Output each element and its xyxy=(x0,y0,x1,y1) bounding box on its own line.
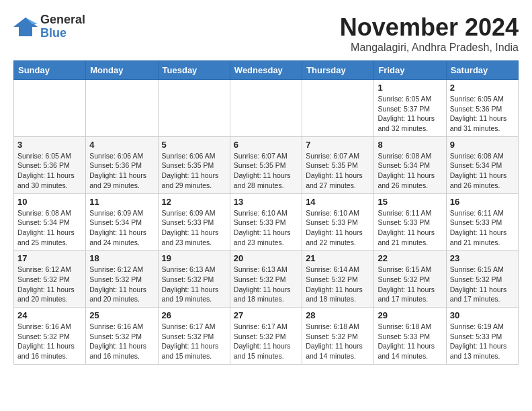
month-title: November 2024 xyxy=(340,13,519,42)
calendar-cell: 19Sunrise: 6:13 AM Sunset: 5:32 PM Dayli… xyxy=(158,250,230,308)
svg-marker-0 xyxy=(13,17,38,36)
weekday-header-cell: Tuesday xyxy=(158,61,230,80)
calendar-cell: 30Sunrise: 6:19 AM Sunset: 5:33 PM Dayli… xyxy=(446,308,518,365)
calendar-cell: 8Sunrise: 6:08 AM Sunset: 5:34 PM Daylig… xyxy=(374,136,446,193)
day-info: Sunrise: 6:08 AM Sunset: 5:34 PM Dayligh… xyxy=(17,208,82,248)
calendar-week-row: 3Sunrise: 6:05 AM Sunset: 5:36 PM Daylig… xyxy=(14,136,519,193)
day-number: 17 xyxy=(17,253,82,263)
day-number: 3 xyxy=(17,140,82,150)
day-info: Sunrise: 6:08 AM Sunset: 5:34 PM Dayligh… xyxy=(378,151,442,191)
day-info: Sunrise: 6:16 AM Sunset: 5:32 PM Dayligh… xyxy=(89,322,154,361)
weekday-header-cell: Wednesday xyxy=(230,61,302,80)
day-number: 23 xyxy=(450,253,515,263)
day-number: 21 xyxy=(306,253,370,263)
day-info: Sunrise: 6:12 AM Sunset: 5:32 PM Dayligh… xyxy=(89,265,154,304)
day-info: Sunrise: 6:15 AM Sunset: 5:32 PM Dayligh… xyxy=(378,265,442,304)
logo: General Blue xyxy=(13,13,85,40)
day-number: 20 xyxy=(234,253,298,263)
calendar-cell: 7Sunrise: 6:07 AM Sunset: 5:35 PM Daylig… xyxy=(302,136,374,193)
day-number: 12 xyxy=(162,197,226,207)
day-info: Sunrise: 6:12 AM Sunset: 5:32 PM Dayligh… xyxy=(17,265,82,304)
day-info: Sunrise: 6:07 AM Sunset: 5:35 PM Dayligh… xyxy=(306,151,370,191)
calendar-cell: 24Sunrise: 6:16 AM Sunset: 5:32 PM Dayli… xyxy=(14,308,86,365)
calendar-cell xyxy=(86,80,158,137)
calendar-cell: 21Sunrise: 6:14 AM Sunset: 5:32 PM Dayli… xyxy=(302,250,374,308)
day-number: 1 xyxy=(378,83,442,93)
calendar-week-row: 17Sunrise: 6:12 AM Sunset: 5:32 PM Dayli… xyxy=(14,250,519,308)
day-info: Sunrise: 6:13 AM Sunset: 5:32 PM Dayligh… xyxy=(162,265,226,304)
day-info: Sunrise: 6:06 AM Sunset: 5:36 PM Dayligh… xyxy=(89,151,154,191)
calendar-cell xyxy=(14,80,86,137)
calendar-cell: 22Sunrise: 6:15 AM Sunset: 5:32 PM Dayli… xyxy=(374,250,446,308)
weekday-header-cell: Monday xyxy=(86,61,158,80)
day-number: 25 xyxy=(89,310,154,320)
calendar-cell: 17Sunrise: 6:12 AM Sunset: 5:32 PM Dayli… xyxy=(14,250,86,308)
calendar-cell: 29Sunrise: 6:18 AM Sunset: 5:33 PM Dayli… xyxy=(374,308,446,365)
day-info: Sunrise: 6:05 AM Sunset: 5:37 PM Dayligh… xyxy=(378,94,442,134)
day-number: 22 xyxy=(378,253,442,263)
calendar-cell: 5Sunrise: 6:06 AM Sunset: 5:35 PM Daylig… xyxy=(158,136,230,193)
day-info: Sunrise: 6:06 AM Sunset: 5:35 PM Dayligh… xyxy=(162,151,226,191)
day-number: 9 xyxy=(450,140,515,150)
day-number: 11 xyxy=(89,197,154,207)
day-number: 30 xyxy=(450,310,515,320)
day-number: 29 xyxy=(378,310,442,320)
calendar-week-row: 1Sunrise: 6:05 AM Sunset: 5:37 PM Daylig… xyxy=(14,80,519,137)
day-info: Sunrise: 6:10 AM Sunset: 5:33 PM Dayligh… xyxy=(234,208,298,248)
calendar-cell: 26Sunrise: 6:17 AM Sunset: 5:32 PM Dayli… xyxy=(158,308,230,365)
calendar-body: 1Sunrise: 6:05 AM Sunset: 5:37 PM Daylig… xyxy=(14,80,519,365)
day-info: Sunrise: 6:17 AM Sunset: 5:32 PM Dayligh… xyxy=(162,322,226,361)
day-info: Sunrise: 6:16 AM Sunset: 5:32 PM Dayligh… xyxy=(17,322,82,361)
day-info: Sunrise: 6:15 AM Sunset: 5:32 PM Dayligh… xyxy=(450,265,515,304)
day-info: Sunrise: 6:11 AM Sunset: 5:33 PM Dayligh… xyxy=(378,208,442,248)
logo-bird-icon xyxy=(13,15,38,39)
day-info: Sunrise: 6:09 AM Sunset: 5:34 PM Dayligh… xyxy=(89,208,154,248)
day-number: 2 xyxy=(450,83,515,93)
calendar-cell: 23Sunrise: 6:15 AM Sunset: 5:32 PM Dayli… xyxy=(446,250,518,308)
calendar-cell: 16Sunrise: 6:11 AM Sunset: 5:33 PM Dayli… xyxy=(446,193,518,250)
weekday-header-row: SundayMondayTuesdayWednesdayThursdayFrid… xyxy=(14,61,519,80)
calendar-cell: 13Sunrise: 6:10 AM Sunset: 5:33 PM Dayli… xyxy=(230,193,302,250)
day-number: 7 xyxy=(306,140,370,150)
day-info: Sunrise: 6:17 AM Sunset: 5:32 PM Dayligh… xyxy=(234,322,298,361)
day-number: 14 xyxy=(306,197,370,207)
calendar-cell xyxy=(158,80,230,137)
day-number: 8 xyxy=(378,140,442,150)
day-number: 28 xyxy=(306,310,370,320)
calendar-cell: 2Sunrise: 6:05 AM Sunset: 5:36 PM Daylig… xyxy=(446,80,518,137)
calendar-cell: 15Sunrise: 6:11 AM Sunset: 5:33 PM Dayli… xyxy=(374,193,446,250)
day-info: Sunrise: 6:18 AM Sunset: 5:32 PM Dayligh… xyxy=(306,322,370,361)
day-number: 4 xyxy=(89,140,154,150)
day-number: 6 xyxy=(234,140,298,150)
day-info: Sunrise: 6:14 AM Sunset: 5:32 PM Dayligh… xyxy=(306,265,370,304)
calendar-cell: 25Sunrise: 6:16 AM Sunset: 5:32 PM Dayli… xyxy=(86,308,158,365)
day-info: Sunrise: 6:11 AM Sunset: 5:33 PM Dayligh… xyxy=(450,208,515,248)
day-info: Sunrise: 6:19 AM Sunset: 5:33 PM Dayligh… xyxy=(450,322,515,361)
calendar-cell: 3Sunrise: 6:05 AM Sunset: 5:36 PM Daylig… xyxy=(14,136,86,193)
calendar-cell: 12Sunrise: 6:09 AM Sunset: 5:33 PM Dayli… xyxy=(158,193,230,250)
day-number: 15 xyxy=(378,197,442,207)
day-number: 13 xyxy=(234,197,298,207)
logo-line2: Blue xyxy=(40,27,85,40)
day-info: Sunrise: 6:09 AM Sunset: 5:33 PM Dayligh… xyxy=(162,208,226,248)
title-block: November 2024 Mangalagiri, Andhra Prades… xyxy=(340,13,519,54)
calendar-cell: 1Sunrise: 6:05 AM Sunset: 5:37 PM Daylig… xyxy=(374,80,446,137)
calendar-week-row: 24Sunrise: 6:16 AM Sunset: 5:32 PM Dayli… xyxy=(14,308,519,365)
weekday-header-cell: Sunday xyxy=(14,61,86,80)
calendar-week-row: 10Sunrise: 6:08 AM Sunset: 5:34 PM Dayli… xyxy=(14,193,519,250)
day-info: Sunrise: 6:05 AM Sunset: 5:36 PM Dayligh… xyxy=(17,151,82,191)
calendar-cell: 9Sunrise: 6:08 AM Sunset: 5:34 PM Daylig… xyxy=(446,136,518,193)
day-number: 19 xyxy=(162,253,226,263)
calendar-cell: 14Sunrise: 6:10 AM Sunset: 5:33 PM Dayli… xyxy=(302,193,374,250)
day-info: Sunrise: 6:08 AM Sunset: 5:34 PM Dayligh… xyxy=(450,151,515,191)
weekday-header-cell: Saturday xyxy=(446,61,518,80)
calendar-table: SundayMondayTuesdayWednesdayThursdayFrid… xyxy=(13,60,519,365)
calendar-cell: 4Sunrise: 6:06 AM Sunset: 5:36 PM Daylig… xyxy=(86,136,158,193)
header: General Blue November 2024 Mangalagiri, … xyxy=(13,13,519,54)
day-number: 24 xyxy=(17,310,82,320)
calendar-cell xyxy=(230,80,302,137)
day-info: Sunrise: 6:18 AM Sunset: 5:33 PM Dayligh… xyxy=(378,322,442,361)
day-info: Sunrise: 6:07 AM Sunset: 5:35 PM Dayligh… xyxy=(234,151,298,191)
calendar-cell: 20Sunrise: 6:13 AM Sunset: 5:32 PM Dayli… xyxy=(230,250,302,308)
logo-text: General Blue xyxy=(40,13,85,40)
